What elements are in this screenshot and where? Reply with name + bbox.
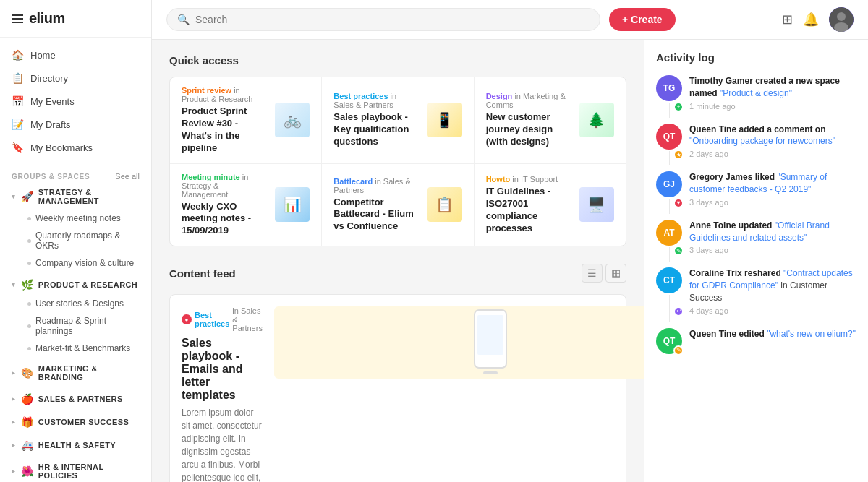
search-input[interactable] xyxy=(195,14,590,25)
activity-link-6[interactable]: "what's new on elium?" xyxy=(767,329,856,339)
feed-title: Content feed xyxy=(169,267,236,280)
grid-view-button[interactable]: ▦ xyxy=(605,264,626,283)
group-sales: ▸ 🍎 SALES & PARTNERS xyxy=(0,389,151,409)
customer-label: CUSTOMER SUCCESS xyxy=(38,418,129,426)
activity-text-2: Queen Tine added a comment on "Onboardin… xyxy=(689,124,856,148)
qa-item-1[interactable]: Sprint review in Product & Research Prod… xyxy=(170,77,322,163)
sidebar-item-weekly-meeting[interactable]: Weekly meeting notes xyxy=(0,210,151,227)
feed-item-1-text: ● Best practices in Sales & Partners Sal… xyxy=(182,306,263,482)
qa-item-5[interactable]: Battlecard in Sales & Partners Competito… xyxy=(322,164,474,246)
svg-rect-5 xyxy=(483,371,498,374)
sidebar-item-my-drafts-label: My Drafts xyxy=(30,119,71,130)
qa-item-2-image: 📱 xyxy=(427,103,462,137)
hamburger-menu[interactable] xyxy=(12,14,23,23)
activity-item-6: QT ✎ Queen Tine edited "what's new on el… xyxy=(656,328,856,354)
list-view-button[interactable]: ☰ xyxy=(582,264,603,283)
svg-point-1 xyxy=(837,12,846,21)
feed-tag-circle-1: ● xyxy=(182,314,192,324)
qa-item-2[interactable]: Best practices in Sales & Partners Sales… xyxy=(322,77,474,163)
topbar: 🔍 + Create ⊞ 🔔 xyxy=(152,0,868,40)
customer-emoji: 🎁 xyxy=(21,416,33,428)
events-icon: 📅 xyxy=(12,95,23,107)
group-health: ▸ 🚑 HEALTH & SAFETY xyxy=(0,435,151,455)
group-sales-title[interactable]: ▸ 🍎 SALES & PARTNERS xyxy=(0,389,151,409)
content-area: Quick access Sprint review in Product & … xyxy=(152,40,868,482)
search-bar[interactable]: 🔍 xyxy=(166,8,600,31)
quick-access-title: Quick access xyxy=(169,54,626,66)
qa-item-6-title: IT Guidelines - ISO27001 compliance proc… xyxy=(486,186,571,235)
qa-tag-type-2: Best practices xyxy=(333,92,388,100)
expand-arrow-customer: ▸ xyxy=(12,418,15,426)
qa-item-1-image: 🚲 xyxy=(275,103,310,137)
activity-avatar-4: AT xyxy=(656,220,682,246)
group-customer-title[interactable]: ▸ 🎁 CUSTOMER SUCCESS xyxy=(0,412,151,432)
bullet-icon xyxy=(27,347,31,350)
sidebar-item-home[interactable]: 🏠 Home xyxy=(0,43,151,66)
qa-row-1: Sprint review in Product & Research Prod… xyxy=(170,77,626,164)
qa-tag-type-6: Howto xyxy=(486,175,511,184)
group-marketing-title[interactable]: ▸ 🎨 MARKETING & BRANDING xyxy=(0,360,151,386)
activity-avatar-3: GJ xyxy=(656,171,682,197)
sidebar-item-company-vision[interactable]: Company vision & culture xyxy=(0,254,151,272)
qa-item-6-label: Howto in IT Support xyxy=(486,175,571,184)
sidebar-item-my-drafts[interactable]: 📝 My Drafts xyxy=(0,113,151,136)
activity-text-3: Gregory James liked "Summary of customer… xyxy=(689,171,856,196)
sidebar-item-my-bookmarks[interactable]: 🔖 My Bookmarks xyxy=(0,136,151,159)
qa-item-6[interactable]: Howto in IT Support IT Guidelines - ISO2… xyxy=(475,164,626,246)
sidebar-item-my-events[interactable]: 📅 My Events xyxy=(0,90,151,113)
qa-item-4-image: 📊 xyxy=(275,187,310,222)
user-avatar[interactable] xyxy=(829,7,854,32)
feed-item-1-tag: ● Best practices in Sales & Partners xyxy=(182,306,263,332)
hr-label: HR & INTERNAL POLICIES xyxy=(38,462,140,480)
sidebar-item-user-stories[interactable]: User stories & Designs xyxy=(0,295,151,312)
qa-item-4-text: Meeting minute in Strategy & Management … xyxy=(182,173,266,238)
sidebar-item-my-bookmarks-label: My Bookmarks xyxy=(30,142,93,153)
hr-emoji: 🌺 xyxy=(21,465,33,477)
quick-access-section: Quick access Sprint review in Product & … xyxy=(169,54,626,246)
qa-tag-cat-6: in IT Support xyxy=(512,175,558,184)
brand-logo: elium xyxy=(29,10,65,27)
sidebar-item-quarterly[interactable]: Quarterly roadmaps & OKRs xyxy=(0,227,151,254)
activity-badge-6: ✎ xyxy=(673,345,684,356)
create-button[interactable]: + Create xyxy=(609,8,676,31)
bullet-icon xyxy=(27,262,31,265)
expand-arrow-marketing: ▸ xyxy=(12,369,15,376)
feed-item-1[interactable]: ● Best practices in Sales & Partners Sal… xyxy=(169,294,626,482)
group-hr-title[interactable]: ▸ 🌺 HR & INTERNAL POLICIES xyxy=(0,458,151,482)
activity-time-3: 3 days ago xyxy=(689,198,856,207)
bell-icon[interactable]: 🔔 xyxy=(803,12,819,27)
health-label: HEALTH & SAFETY xyxy=(38,441,116,449)
qa-item-2-text: Best practices in Sales & Partners Sales… xyxy=(333,92,418,148)
group-health-title[interactable]: ▸ 🚑 HEALTH & SAFETY xyxy=(0,435,151,455)
grid-icon[interactable]: ⊞ xyxy=(782,12,793,27)
qa-item-1-text: Sprint review in Product & Research Prod… xyxy=(182,86,266,155)
activity-badge-2: ★ xyxy=(673,150,684,160)
activity-item-4: AT ✎ Anne Toine updated "Official Brand … xyxy=(656,220,856,255)
qa-item-2-title: Sales playbook - Key qualification quest… xyxy=(333,111,418,148)
qa-item-3-image: 🌲 xyxy=(579,103,614,137)
group-product-title[interactable]: ▾ 🌿 PRODUCT & RESEARCH xyxy=(0,275,151,295)
activity-panel: Activity log TG + Timothy Gamer created … xyxy=(644,40,868,482)
sidebar-item-roadmap[interactable]: Roadmap & Sprint plannings xyxy=(0,312,151,340)
sidebar-nav: 🏠 Home 📋 Directory 📅 My Events 📝 My Draf… xyxy=(0,38,151,165)
group-strategy-title[interactable]: ▾ 🚀 STRATEGY & MANAGEMENT xyxy=(0,184,151,210)
qa-item-4[interactable]: Meeting minute in Strategy & Management … xyxy=(170,164,322,246)
groups-header: GROUPS & SPACES See all xyxy=(0,165,151,184)
qa-item-3[interactable]: Design in Marketing & Comms New customer… xyxy=(475,77,626,163)
qa-tag-type-1: Sprint review xyxy=(182,86,231,95)
activity-link-2[interactable]: "Onboarding package for newcomers" xyxy=(689,136,835,146)
feed-tag-type-1: Best practices xyxy=(195,311,229,328)
qa-item-1-title: Product Sprint Review #30 - What's in th… xyxy=(182,106,266,155)
strategy-label: STRATEGY & MANAGEMENT xyxy=(38,188,140,205)
bullet-icon xyxy=(27,239,31,243)
qa-item-3-title: New customer journey design (with design… xyxy=(486,111,571,148)
health-emoji: 🚑 xyxy=(21,439,33,451)
sidebar: elium 🏠 Home 📋 Directory 📅 My Events 📝 M… xyxy=(0,0,152,482)
main-content: Quick access Sprint review in Product & … xyxy=(152,40,644,482)
expand-arrow-product: ▾ xyxy=(12,281,15,288)
main-area: 🔍 + Create ⊞ 🔔 Quick access xyxy=(152,0,868,482)
activity-link-1[interactable]: "Product & design" xyxy=(720,88,792,98)
sidebar-item-directory[interactable]: 📋 Directory xyxy=(0,66,151,90)
see-all-link[interactable]: See all xyxy=(115,172,140,181)
sidebar-item-market-fit[interactable]: Market-fit & Benchmarks xyxy=(0,340,151,357)
